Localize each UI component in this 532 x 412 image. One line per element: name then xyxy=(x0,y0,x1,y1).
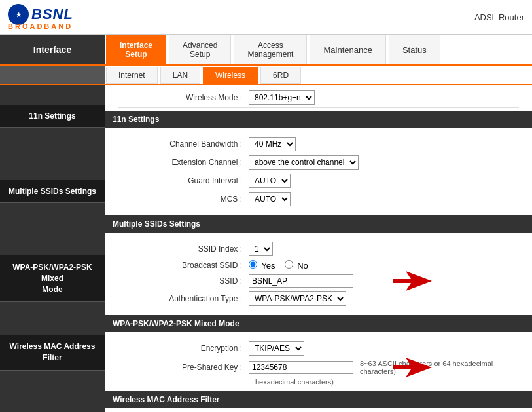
section-11n: 11n Settings xyxy=(105,111,532,128)
nav-top: Interface Interface Setup Advanced Setup… xyxy=(0,35,532,66)
tab-advanced-setup[interactable]: Advanced Setup xyxy=(169,35,231,64)
auth-type-select[interactable]: WPA-PSK/WPA2-PSK OpenShared WPAWPA2WPA2-… xyxy=(249,291,346,306)
sidebar-wpa-psk-mode[interactable]: WPA-PSK/WPA2-PSK Mixed Mode xyxy=(0,255,105,302)
guard-interval-select[interactable]: AUTO Long Short xyxy=(249,174,291,188)
tab-status[interactable]: Status xyxy=(389,35,440,64)
broadband-text: BROADBAND xyxy=(8,22,73,30)
adsl-label: ADSL Router xyxy=(474,12,524,22)
svg-marker-1 xyxy=(393,358,432,377)
section-mac-filter: Wireless MAC Address Filter xyxy=(105,391,532,408)
ssids-form-area: SSID Index : 1 234 Broadcast SSID : Yes xyxy=(105,233,532,315)
psk-hint-extra: hexadecimal characters) xyxy=(255,378,519,386)
header: ★ BSNL BROADBAND ADSL Router xyxy=(0,0,532,35)
broadcast-ssid-label: Broadcast SSID : xyxy=(118,261,249,270)
nav-interface-label: Interface xyxy=(0,35,105,64)
mcs-select[interactable]: AUTO 012 345 67 xyxy=(249,192,291,206)
guard-interval-label: Guard Interval : xyxy=(118,176,249,185)
extension-channel-select[interactable]: above the control channel below the cont… xyxy=(249,155,359,170)
mcs-label: MCS : xyxy=(118,195,249,204)
logo-area: ★ BSNL BROADBAND xyxy=(8,4,73,30)
ssid-input[interactable] xyxy=(249,274,353,288)
extension-channel-label: Extension Channel : xyxy=(118,158,249,167)
encryption-label: Encryption : xyxy=(118,344,249,353)
11n-form-area: Channel Bandwidth : 20 MHz 40 MHz Extens… xyxy=(105,128,532,215)
broadcast-no-radio[interactable] xyxy=(285,260,293,269)
ssid-index-control: 1 234 xyxy=(249,242,519,256)
guard-interval-control: AUTO Long Short xyxy=(249,174,519,188)
broadcast-yes-label[interactable]: Yes xyxy=(249,260,275,271)
key-hint-text: 8~63 ASCII characters or 64 hexadecimal … xyxy=(360,360,519,375)
auth-type-label: Authentication Type : xyxy=(118,294,249,303)
wireless-mode-select[interactable]: 802.11b+g+n 802.11b 802.11g 802.11n xyxy=(249,90,315,105)
mac-filter-form: Active : Activated Deactivated Action : xyxy=(105,408,532,412)
wireless-mode-row: Wireless Mode : 802.11b+g+n 802.11b 802.… xyxy=(118,88,519,108)
tab-access-management[interactable]: Access Management xyxy=(234,35,307,64)
mcs-row: MCS : AUTO 012 345 67 xyxy=(118,192,519,206)
sub-tab-lan[interactable]: LAN xyxy=(160,67,200,84)
logo-text: BSNL xyxy=(31,6,73,23)
encryption-row: Encryption : TKIP/AES TKIPAES xyxy=(118,341,519,356)
main-content: 11n Settings Multiple SSIDs Settings WPA… xyxy=(0,85,532,412)
psk-arrow-icon xyxy=(393,358,432,377)
auth-type-row: Authentication Type : WPA-PSK/WPA2-PSK O… xyxy=(118,291,519,306)
channel-bandwidth-select[interactable]: 20 MHz 40 MHz xyxy=(249,137,296,151)
mcs-control: AUTO 012 345 67 xyxy=(249,192,519,206)
broadcast-no-label[interactable]: No xyxy=(285,260,308,271)
tab-maintenance[interactable]: Maintenance xyxy=(310,35,385,64)
wireless-mode-label: Wireless Mode : xyxy=(118,93,249,102)
ssid-index-select[interactable]: 1 234 xyxy=(249,242,273,256)
sub-tab-6rd[interactable]: 6RD xyxy=(260,67,301,84)
nav-tabs: Interface Setup Advanced Setup Access Ma… xyxy=(105,35,532,64)
wireless-mode-control: 802.11b+g+n 802.11b 802.11g 802.11n xyxy=(249,90,315,105)
sub-nav-spacer xyxy=(0,66,105,84)
sub-nav-items: Internet LAN Wireless 6RD xyxy=(105,66,302,84)
ssid-arrow-icon xyxy=(393,271,432,291)
content-area: Wireless Mode : 802.11b+g+n 802.11b 802.… xyxy=(105,85,532,412)
broadcast-yes-text: Yes xyxy=(261,261,275,271)
sidebar: 11n Settings Multiple SSIDs Settings WPA… xyxy=(0,85,105,412)
broadcast-yes-radio[interactable] xyxy=(249,260,257,269)
pre-shared-key-input[interactable] xyxy=(249,361,353,374)
sub-tab-internet[interactable]: Internet xyxy=(106,67,158,84)
channel-bandwidth-control: 20 MHz 40 MHz xyxy=(249,137,519,151)
encryption-control: TKIP/AES TKIPAES xyxy=(249,341,519,356)
sub-tab-wireless[interactable]: Wireless xyxy=(203,67,258,84)
ssid-index-row: SSID Index : 1 234 xyxy=(118,242,519,256)
broadcast-ssid-control: Yes No xyxy=(249,260,519,271)
guard-interval-row: Guard Interval : AUTO Long Short xyxy=(118,174,519,188)
wpa-form-area: Encryption : TKIP/AES TKIPAES Pre-Shared… xyxy=(105,332,532,391)
section-wpa-psk: WPA-PSK/WPA2-PSK Mixed Mode xyxy=(105,315,532,332)
pre-shared-key-label: Pre-Shared Key : xyxy=(118,363,249,372)
broadcast-no-text: No xyxy=(297,261,308,271)
tab-interface-setup[interactable]: Interface Setup xyxy=(106,35,166,64)
sidebar-mac-filter[interactable]: Wireless MAC Address Filter xyxy=(0,335,105,371)
broadcast-ssid-row: Broadcast SSID : Yes No xyxy=(118,260,519,271)
ssid-index-label: SSID Index : xyxy=(118,244,249,253)
sub-nav: Internet LAN Wireless 6RD xyxy=(0,66,532,85)
pre-shared-key-row: Pre-Shared Key : 8~63 ASCII characters o… xyxy=(118,360,519,375)
ssid-label-text: SSID : xyxy=(118,276,249,286)
ssid-row: SSID : xyxy=(118,274,519,288)
channel-bandwidth-row: Channel Bandwidth : 20 MHz 40 MHz xyxy=(118,137,519,151)
encryption-select[interactable]: TKIP/AES TKIPAES xyxy=(249,341,304,356)
sidebar-11n-settings[interactable]: 11n Settings xyxy=(0,105,105,128)
extension-channel-row: Extension Channel : above the control ch… xyxy=(118,155,519,170)
auth-type-control: WPA-PSK/WPA2-PSK OpenShared WPAWPA2WPA2-… xyxy=(249,291,519,306)
section-multiple-ssids: Multiple SSIDs Settings xyxy=(105,215,532,233)
pre-shared-key-control: 8~63 ASCII characters or 64 hexadecimal … xyxy=(249,360,519,375)
sidebar-multiple-ssids[interactable]: Multiple SSIDs Settings xyxy=(0,180,105,203)
extension-channel-control: above the control channel below the cont… xyxy=(249,155,519,170)
svg-marker-0 xyxy=(393,271,432,291)
channel-bandwidth-label: Channel Bandwidth : xyxy=(118,140,249,149)
ssid-control xyxy=(249,274,519,288)
